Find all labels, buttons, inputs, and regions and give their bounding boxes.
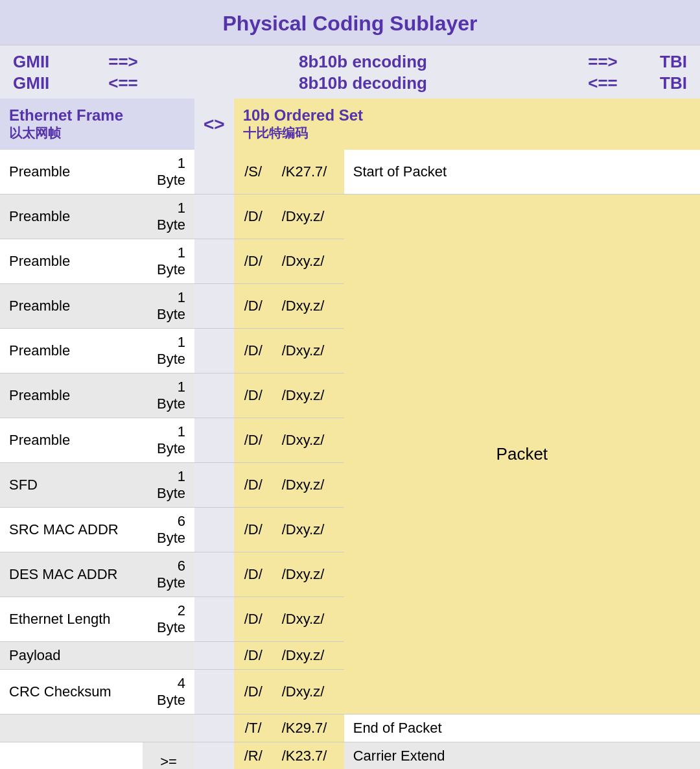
ipg-gte: >= bbox=[160, 753, 177, 770]
row-field-size: 1 Byte bbox=[143, 195, 194, 239]
row-field-size: 6 Byte bbox=[143, 552, 194, 597]
packet-label: Packet bbox=[344, 195, 700, 715]
ipg-size: >=12 Byte bbox=[143, 742, 194, 770]
arrow-2: <== bbox=[91, 73, 156, 93]
row-arrow bbox=[194, 373, 234, 418]
row-field-name: Preamble bbox=[0, 284, 143, 329]
table-row: Preamble1 Byte/S//K27.7/Start of Packet bbox=[0, 150, 700, 195]
row-code1: /D/ bbox=[234, 195, 273, 239]
row-code2: /Dxy.z/ bbox=[273, 552, 344, 597]
row-code2: /Dxy.z/ bbox=[273, 642, 344, 670]
gmii-label-1: GMII bbox=[13, 52, 91, 72]
row-code2: /Dxy.z/ bbox=[273, 463, 344, 508]
row-code2: /Dxy.z/ bbox=[273, 284, 344, 329]
row-field-size: 1 Byte bbox=[143, 239, 194, 284]
eth-chinese: 以太网帧 bbox=[9, 124, 185, 142]
row-field-size: 6 Byte bbox=[143, 508, 194, 552]
carrier-extend-label: Carrier Extend bbox=[344, 742, 700, 770]
row-code1: /D/ bbox=[234, 597, 273, 642]
row-code2: /Dxy.z/ bbox=[273, 195, 344, 239]
row-code2: /Dxy.z/ bbox=[273, 239, 344, 284]
10b-header: 10b Ordered Set 十比特编码 bbox=[234, 99, 700, 150]
row-code1: /D/ bbox=[234, 239, 273, 284]
start-of-packet-label: Start of Packet bbox=[344, 150, 700, 195]
main-table: Ethernet Frame 以太网帧 <> 10b Ordered Set 十… bbox=[0, 99, 700, 769]
arrow2-2: <== bbox=[570, 73, 635, 93]
row-field-name: Preamble bbox=[0, 150, 143, 195]
page-title: Physical Coding Sublayer bbox=[0, 0, 700, 45]
carrier-code1: /R/ bbox=[234, 742, 273, 770]
row-field-size: 1 Byte bbox=[143, 284, 194, 329]
carrier-code2: /K23.7/ bbox=[273, 742, 344, 770]
encoding-row-1: GMII ==> 8b10b encoding ==> TBI bbox=[13, 52, 687, 72]
row-code2: /K27.7/ bbox=[273, 150, 344, 195]
row-arrow bbox=[194, 195, 234, 239]
row-code2: /Dxy.z/ bbox=[273, 373, 344, 418]
enc-label-1: 8b10b encoding bbox=[156, 52, 570, 72]
code-label: 10b Ordered Set bbox=[243, 106, 363, 124]
table-header: Ethernet Frame 以太网帧 <> 10b Ordered Set 十… bbox=[0, 99, 700, 150]
eop-row: /T/ /K29.7/ End of Packet bbox=[0, 715, 700, 742]
arrow-1: ==> bbox=[91, 52, 156, 72]
header-arrow: <> bbox=[194, 99, 234, 150]
gmii-label-2: GMII bbox=[13, 73, 91, 93]
row-code2: /Dxy.z/ bbox=[273, 670, 344, 715]
table-row: Preamble1 Byte/D//Dxy.z/Packet bbox=[0, 195, 700, 239]
eth-label: Ethernet Frame bbox=[9, 106, 123, 124]
row-arrow bbox=[194, 329, 234, 373]
row-code1: /D/ bbox=[234, 463, 273, 508]
row-arrow bbox=[194, 597, 234, 642]
row-code1: /S/ bbox=[234, 150, 273, 195]
row-field-name: Payload bbox=[0, 642, 143, 670]
row-code1: /D/ bbox=[234, 508, 273, 552]
row-code1: /D/ bbox=[234, 284, 273, 329]
row-field-size: 1 Byte bbox=[143, 150, 194, 195]
row-field-name: Preamble bbox=[0, 195, 143, 239]
row-code2: /Dxy.z/ bbox=[273, 508, 344, 552]
row-field-name: CRC Checksum bbox=[0, 670, 143, 715]
eop-size bbox=[143, 715, 194, 742]
row-field-size bbox=[143, 642, 194, 670]
outer-container: Physical Coding Sublayer GMII ==> 8b10b … bbox=[0, 0, 700, 769]
tbi-1: TBI bbox=[635, 52, 687, 72]
arrow2-1: ==> bbox=[570, 52, 635, 72]
row-field-name: Preamble bbox=[0, 418, 143, 463]
enc-label-2: 8b10b decoding bbox=[156, 73, 570, 93]
row-code2: /Dxy.z/ bbox=[273, 329, 344, 373]
eth-header: Ethernet Frame 以太网帧 bbox=[0, 99, 194, 150]
row-field-name: SFD bbox=[0, 463, 143, 508]
row-field-size: 4 Byte bbox=[143, 670, 194, 715]
row-arrow bbox=[194, 284, 234, 329]
row-code1: /D/ bbox=[234, 552, 273, 597]
tbi-2: TBI bbox=[635, 73, 687, 93]
row-code2: /Dxy.z/ bbox=[273, 597, 344, 642]
carrier-row: Inter Packet Gap>=12 Byte/R//K23.7/Carri… bbox=[0, 742, 700, 770]
row-arrow bbox=[194, 642, 234, 670]
row-field-size: 1 Byte bbox=[143, 418, 194, 463]
row-field-name: Preamble bbox=[0, 329, 143, 373]
encoding-row-2: GMII <== 8b10b decoding <== TBI bbox=[13, 73, 687, 93]
eop-code1: /T/ bbox=[234, 715, 273, 742]
row-code1: /D/ bbox=[234, 642, 273, 670]
row-field-size: 1 Byte bbox=[143, 329, 194, 373]
row-arrow bbox=[194, 418, 234, 463]
row-field-name: DES MAC ADDR bbox=[0, 552, 143, 597]
eop-code2: /K29.7/ bbox=[273, 715, 344, 742]
row-code1: /D/ bbox=[234, 418, 273, 463]
row-field-name: Preamble bbox=[0, 239, 143, 284]
row-code2: /Dxy.z/ bbox=[273, 418, 344, 463]
encoding-section: GMII ==> 8b10b encoding ==> TBI GMII <==… bbox=[0, 45, 700, 99]
row-field-name: Preamble bbox=[0, 373, 143, 418]
row-arrow bbox=[194, 552, 234, 597]
row-arrow bbox=[194, 150, 234, 195]
ipg-name: Inter Packet Gap bbox=[0, 742, 143, 770]
row-field-size: 1 Byte bbox=[143, 463, 194, 508]
row-field-size: 2 Byte bbox=[143, 597, 194, 642]
eop-arrow bbox=[194, 715, 234, 742]
row-code1: /D/ bbox=[234, 373, 273, 418]
code-chinese: 十比特编码 bbox=[243, 124, 691, 142]
row-field-name: Ethernet Length bbox=[0, 597, 143, 642]
eop-name bbox=[0, 715, 143, 742]
row-code1: /D/ bbox=[234, 329, 273, 373]
carrier-arrow bbox=[194, 742, 234, 770]
